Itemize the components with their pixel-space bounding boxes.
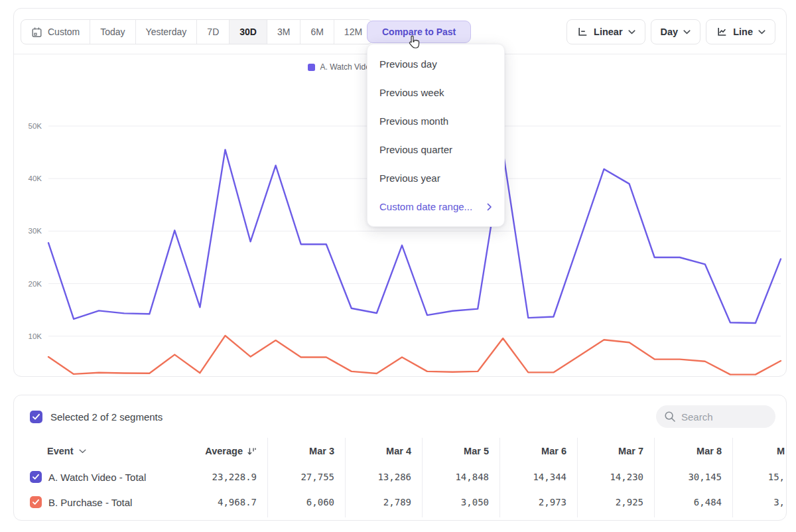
chevron-down-icon [79, 449, 86, 454]
date-range-control: Custom Today Yesterday 7D 30D 3M 6M 12M [21, 19, 373, 44]
svg-text:40K: 40K [29, 174, 42, 182]
row-label: B. Purchase - Total [48, 497, 132, 508]
chevron-down-icon [628, 30, 635, 34]
calendar-icon [31, 27, 42, 38]
date-column-mar5: Mar 5 14,848 3,050 [422, 438, 499, 517]
date-column-mar8: Mar 8 30,145 6,484 [654, 438, 732, 517]
selected-segments-label: Selected 2 of 2 segments [50, 411, 163, 423]
segments-table-card: Selected 2 of 2 segments Event [13, 395, 787, 521]
chevron-right-icon [487, 203, 492, 211]
segments-table: Event A. Watch Video - Total [14, 438, 786, 517]
range-6m[interactable]: 6M [300, 20, 334, 44]
range-yesterday[interactable]: Yesterday [136, 20, 198, 44]
interval-dropdown[interactable]: Day [651, 19, 701, 44]
average-watch-video: 23,228.9 [190, 464, 267, 490]
row-label: A. Watch Video - Total [48, 472, 146, 483]
search-icon [664, 411, 676, 423]
check-icon [32, 499, 40, 505]
range-custom[interactable]: Custom [21, 20, 90, 44]
range-label: Custom [48, 27, 80, 37]
sort-descending-icon [247, 446, 257, 456]
svg-text:10K: 10K [29, 332, 42, 340]
row-purchase: B. Purchase - Total [14, 490, 190, 515]
average-header[interactable]: Average [190, 438, 267, 464]
row-checkbox-watch-video[interactable] [30, 471, 42, 483]
line-chart-icon [716, 26, 728, 38]
menu-item-previous-day[interactable]: Previous day [367, 50, 504, 78]
range-30d-selected[interactable]: 30D [230, 20, 267, 44]
chevron-down-icon [683, 30, 691, 34]
average-column: Average 23,228.9 4,968.7 [190, 438, 267, 517]
chart-display-controls: Linear Day Line [566, 19, 775, 44]
check-icon [32, 413, 40, 421]
compare-to-past-button[interactable]: Compare to Past [367, 21, 471, 43]
chevron-down-icon [758, 30, 765, 34]
date-column-mar3: Mar 3 27,755 6,060 [267, 438, 345, 517]
scale-dropdown[interactable]: Linear [566, 19, 645, 44]
menu-item-custom-date-range[interactable]: Custom date range... [367, 192, 504, 221]
range-today[interactable]: Today [90, 20, 135, 44]
check-icon [32, 474, 40, 480]
range-3m[interactable]: 3M [267, 20, 300, 44]
event-header[interactable]: Event [14, 438, 190, 464]
search-box[interactable] [656, 405, 775, 428]
menu-item-previous-quarter[interactable]: Previous quarter [367, 135, 504, 164]
range-7d[interactable]: 7D [197, 20, 230, 44]
menu-item-previous-year[interactable]: Previous year [367, 164, 504, 192]
series-purchase-line [48, 336, 781, 375]
average-purchase: 4,968.7 [190, 490, 267, 515]
search-input[interactable] [681, 411, 767, 423]
svg-text:50K: 50K [29, 122, 42, 130]
row-checkbox-purchase[interactable] [30, 496, 42, 508]
chart-type-dropdown[interactable]: Line [706, 19, 775, 44]
date-column-clipped: M 15, 3, [732, 438, 786, 517]
svg-text:30K: 30K [29, 227, 42, 235]
segments-header-row: Selected 2 of 2 segments [14, 395, 786, 438]
select-all-checkbox[interactable] [30, 411, 42, 423]
date-column-mar4: Mar 4 13,286 2,789 [345, 438, 422, 517]
linear-axis-icon [576, 26, 588, 38]
menu-item-previous-week[interactable]: Previous week [367, 78, 504, 107]
svg-text:20K: 20K [29, 280, 42, 288]
date-column-mar7: Mar 7 14,230 2,925 [577, 438, 654, 517]
event-column: Event A. Watch Video - Total [14, 438, 190, 517]
date-column-mar6: Mar 6 14,344 2,973 [499, 438, 577, 517]
compare-to-past-menu: Previous day Previous week Previous mont… [367, 44, 505, 227]
row-watch-video: A. Watch Video - Total [14, 464, 190, 490]
menu-item-previous-month[interactable]: Previous month [367, 107, 504, 135]
